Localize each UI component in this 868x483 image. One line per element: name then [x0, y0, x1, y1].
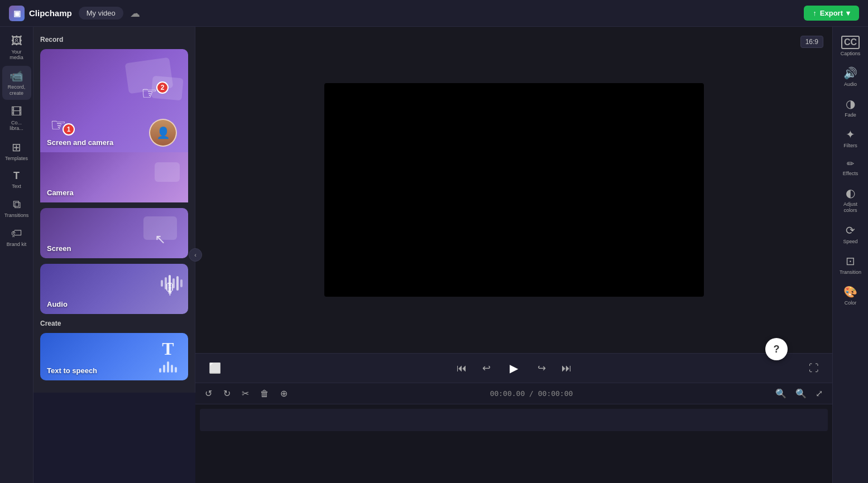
zoom-out-button[interactable]: 🔍 [773, 387, 789, 400]
camera-deco [155, 162, 180, 182]
sidebar-label-media: Your media [4, 49, 29, 60]
card-screen-and-camera[interactable]: 👤 ☞ 1 ☞ 2 Screen and camera [40, 49, 188, 152]
delete-button[interactable]: 🗑 [257, 387, 272, 400]
sidebar-label-brand: Brand kit [7, 241, 27, 247]
media-icon: 🖼 [11, 35, 22, 47]
panel-collapse-button[interactable]: ‹ [189, 248, 202, 262]
redo-button[interactable]: ↻ [220, 387, 233, 400]
timeline-zoom-controls: 🔍 🔍 ⤢ [773, 387, 826, 400]
undo-button[interactable]: ↺ [202, 387, 215, 400]
sidebar-item-transitions[interactable]: ⧉ Transitions [2, 195, 31, 221]
camera-label: Camera [47, 189, 74, 197]
effects-icon: ✏ [847, 158, 854, 169]
preview-right-controls: ⛶ [807, 360, 821, 376]
left-sidebar: 🖼 Your media 📹 Record,create 🎞 Co...libr… [0, 27, 33, 483]
right-item-filters[interactable]: ✦ Filters [835, 123, 866, 153]
sidebar-item-record-create[interactable]: 📹 Record,create [2, 66, 31, 100]
wave-bar-4 [171, 365, 173, 373]
caption-toggle-button[interactable]: ⬜ [207, 360, 223, 376]
tts-letter-icon: T [162, 339, 174, 359]
right-label-transition: Transition [840, 269, 861, 275]
right-label-fade: Fade [845, 112, 856, 118]
play-button[interactable]: ▶ [504, 358, 524, 378]
color-icon: 🎨 [843, 285, 857, 298]
right-item-audio[interactable]: 🔊 Audio [835, 62, 866, 91]
right-item-captions[interactable]: CC Captions [835, 31, 866, 61]
templates-icon: ⊞ [12, 141, 21, 154]
aspect-ratio-badge: 16:9 [800, 36, 823, 48]
sidebar-item-brand-kit[interactable]: 🏷 Brand kit [2, 224, 31, 250]
zoom-in-button[interactable]: 🔍 [793, 387, 809, 400]
fullscreen-button[interactable]: ⛶ [807, 360, 821, 376]
skip-end-button[interactable]: ⏭ [559, 360, 574, 376]
screen-camera-label: Screen and camera [47, 138, 113, 147]
help-button[interactable]: ? [765, 338, 788, 360]
sidebar-label-text: Text [12, 183, 21, 189]
fit-button[interactable]: ⤢ [813, 387, 826, 400]
wave-bar-2 [163, 365, 165, 373]
captions-icon: CC [841, 36, 860, 49]
right-label-color: Color [845, 300, 857, 306]
card-audio[interactable]: 🎙 Audio [40, 264, 188, 314]
right-item-color[interactable]: 🎨 Color [835, 281, 866, 310]
transitions-icon: ⧉ [13, 198, 21, 211]
right-item-speed[interactable]: ⟳ Speed [835, 219, 866, 249]
card-text-to-speech[interactable]: T Text to speech [40, 333, 188, 380]
main-area: 🖼 Your media 📹 Record,create 🎞 Co...libr… [0, 27, 868, 483]
app-logo[interactable]: ▣ Clipchamp [9, 6, 72, 21]
skip-start-button[interactable]: ⏮ [454, 360, 469, 376]
preview-left-controls: ⬜ [207, 360, 223, 376]
right-label-filters: Filters [843, 143, 857, 148]
right-label-audio: Audio [844, 81, 857, 87]
cut-button[interactable]: ✂ [239, 387, 252, 400]
record-icon: 📹 [9, 69, 23, 83]
tts-waves [159, 361, 177, 373]
mic-icon: 🎙 [162, 280, 178, 298]
wave-bar-3 [167, 361, 169, 373]
preview-controls: ⬜ ⏮ ↩ ▶ ↪ ⏭ ⛶ [195, 353, 832, 383]
panel: Record 👤 ☞ 1 ☞ 2 Screen and camera Camer… [33, 27, 195, 393]
forward-button[interactable]: ↪ [535, 360, 548, 376]
add-to-timeline-button[interactable]: ⊕ [277, 387, 290, 400]
audio-label: Audio [47, 300, 68, 308]
person-avatar: 👤 [149, 119, 177, 147]
timeline-track [200, 409, 828, 431]
badge-1: 1 [63, 123, 75, 136]
sidebar-label-library: Co...libra... [9, 120, 23, 132]
rewind-button[interactable]: ↩ [480, 360, 493, 376]
transition-icon: ⊡ [846, 254, 855, 268]
sidebar-item-your-media[interactable]: 🖼 Your media [2, 31, 31, 64]
app-name: Clipchamp [29, 8, 72, 18]
right-item-transition[interactable]: ⊡ Transition [835, 250, 866, 279]
card-screen[interactable]: ↖ Screen [40, 208, 188, 258]
sidebar-item-content-library[interactable]: 🎞 Co...libra... [2, 102, 31, 136]
right-item-adjust-colors[interactable]: ◐ Adjust colors [835, 182, 866, 218]
right-label-captions: Captions [841, 51, 861, 56]
text-icon: T [13, 170, 20, 182]
topbar: ▣ Clipchamp My video ☁ ↑ Export ▾ [0, 0, 868, 27]
sidebar-item-text[interactable]: T Text [2, 167, 31, 192]
adjust-colors-icon: ◐ [846, 186, 855, 200]
right-sidebar: CC Captions 🔊 Audio ◑ Fade ✦ Filters ✏ E… [832, 27, 868, 483]
badge-2: 2 [156, 81, 169, 94]
right-item-effects[interactable]: ✏ Effects [835, 154, 866, 181]
logo-icon: ▣ [9, 6, 25, 21]
fade-icon: ◑ [846, 97, 855, 110]
right-label-adjust-colors: Adjust colors [837, 201, 864, 214]
brand-icon: 🏷 [11, 227, 22, 240]
export-button[interactable]: ↑ Export ▾ [804, 6, 859, 21]
cursor-icon: ↖ [155, 231, 166, 247]
card-camera[interactable]: Camera [40, 152, 188, 202]
panel-wrapper: Record 👤 ☞ 1 ☞ 2 Screen and camera Camer… [33, 27, 195, 483]
video-tab[interactable]: My video [79, 7, 123, 20]
record-section-title: Record [40, 36, 188, 44]
sidebar-item-templates[interactable]: ⊞ Templates [2, 137, 31, 165]
center-area: 16:9 ⬜ ⏮ ↩ ▶ ↪ ⏭ ⛶ ↺ ↻ ✂ 🗑 ⊕ 00:00.00 [195, 27, 832, 483]
right-item-fade[interactable]: ◑ Fade [835, 93, 866, 122]
timeline-time: 00:00.00 / 00:00:00 [296, 389, 767, 398]
right-label-speed: Speed [843, 239, 857, 244]
wave-bar-1 [159, 368, 161, 373]
sidebar-label-transitions: Transitions [4, 212, 29, 218]
audio-icon: 🔊 [843, 66, 857, 80]
filters-icon: ✦ [846, 128, 855, 141]
